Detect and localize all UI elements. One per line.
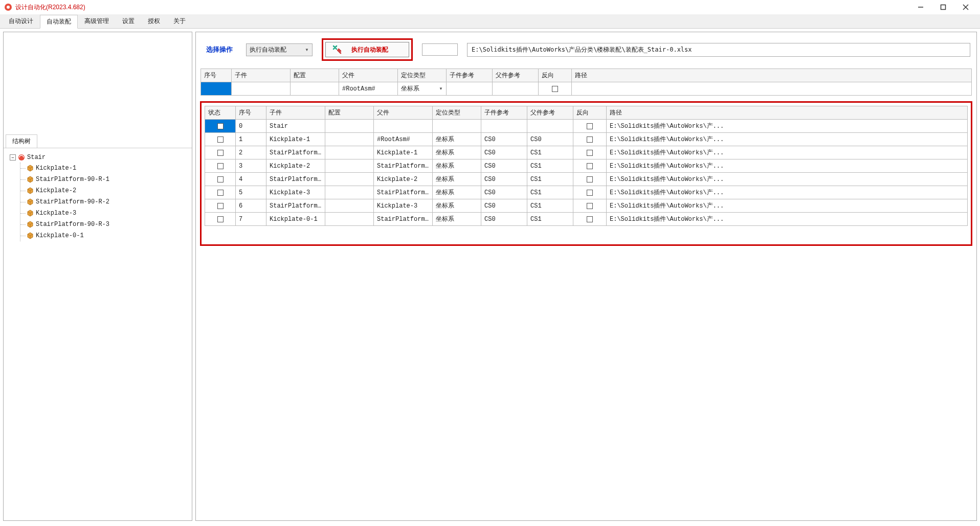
table-cell[interactable]: CS1 [527, 186, 573, 199]
table-cell[interactable] [205, 186, 236, 199]
menu-item[interactable]: 自动设计 [2, 14, 40, 28]
checkbox[interactable] [217, 203, 224, 209]
table-cell[interactable] [573, 146, 607, 159]
checkbox[interactable] [217, 150, 224, 156]
table-cell[interactable]: E:\Solidkits插件\AutoWorks\产... [607, 133, 968, 146]
table-cell[interactable]: StairPlatform-90... [266, 173, 325, 186]
menu-item[interactable]: 设置 [116, 14, 141, 28]
checkbox[interactable] [217, 216, 224, 222]
table-cell[interactable]: 4 [236, 173, 266, 186]
minimize-button[interactable] [917, 3, 925, 11]
table-cell[interactable] [573, 213, 607, 226]
table-cell[interactable]: Kickplate-1 [266, 133, 325, 146]
table-cell[interactable]: 坐标系 [433, 146, 481, 159]
table-cell[interactable]: CS0 [481, 133, 527, 146]
checkbox[interactable] [587, 190, 593, 196]
table-cell[interactable] [325, 186, 374, 199]
menu-item[interactable]: 关于 [167, 14, 192, 28]
table-cell[interactable] [325, 146, 374, 159]
table-cell[interactable]: 7 [236, 213, 266, 226]
table-cell[interactable] [325, 133, 374, 146]
table-cell[interactable] [493, 82, 539, 96]
column-header[interactable]: 序号 [236, 106, 266, 120]
column-header[interactable]: 序号 [201, 69, 232, 82]
table-cell[interactable]: Stair [266, 120, 325, 133]
table-cell[interactable]: 坐标系 [433, 159, 481, 173]
table-cell[interactable]: CS0 [481, 186, 527, 199]
table-cell[interactable]: StairPlatform-90... [374, 186, 433, 199]
table-cell[interactable]: StairPlatform-90... [266, 146, 325, 159]
table-cell[interactable]: 坐标系 [433, 199, 481, 213]
table-cell[interactable] [205, 120, 236, 133]
table-cell[interactable] [447, 82, 493, 96]
table-cell[interactable] [205, 146, 236, 159]
table-row[interactable]: 4StairPlatform-90...Kickplate-2坐标系CS0CS1… [205, 173, 968, 186]
table-cell[interactable]: StairPlatform-90... [374, 159, 433, 173]
checkbox[interactable] [587, 136, 593, 143]
table-cell[interactable]: Kickplate-2 [266, 159, 325, 173]
column-header[interactable]: 父件 [339, 69, 398, 82]
column-header[interactable]: 反向 [539, 69, 572, 82]
column-header[interactable]: 反向 [573, 106, 607, 120]
table-cell[interactable] [325, 173, 374, 186]
operation-dropdown[interactable]: 执行自动装配 ▼ [246, 43, 313, 56]
tree-collapse-icon[interactable]: − [10, 154, 16, 161]
table-cell[interactable]: CS1 [527, 199, 573, 213]
checkbox[interactable] [587, 163, 593, 169]
table-cell[interactable]: 坐标系▼ [398, 82, 447, 96]
table-cell[interactable]: CS0 [527, 133, 573, 146]
table-cell[interactable]: CS1 [527, 213, 573, 226]
execute-button[interactable]: 执行自动装配 [325, 42, 409, 57]
column-header[interactable]: 定位类型 [433, 106, 481, 120]
table-cell[interactable]: 坐标系 [433, 213, 481, 226]
table-cell[interactable]: E:\Solidkits插件\AutoWorks\产... [607, 159, 968, 173]
table-cell[interactable]: E:\Solidkits插件\AutoWorks\产... [607, 199, 968, 213]
table-cell[interactable] [527, 120, 573, 133]
close-button[interactable] [962, 3, 970, 11]
table-cell[interactable]: #RootAsm# [374, 133, 433, 146]
checkbox[interactable] [587, 216, 593, 222]
table-cell[interactable]: Kickplate-0-1 [266, 213, 325, 226]
table-cell[interactable]: 5 [236, 186, 266, 199]
checkbox[interactable] [217, 123, 224, 129]
table-cell[interactable]: StairPlatform-90... [266, 199, 325, 213]
table-cell[interactable]: 6 [236, 199, 266, 213]
table-cell[interactable]: Kickplate-2 [374, 173, 433, 186]
table-cell[interactable]: E:\Solidkits插件\AutoWorks\产... [607, 146, 968, 159]
checkbox[interactable] [217, 190, 224, 196]
table-cell[interactable]: Kickplate-3 [374, 199, 433, 213]
checkbox[interactable] [587, 203, 593, 209]
table-cell[interactable]: 1 [236, 133, 266, 146]
checkbox[interactable] [587, 123, 593, 129]
table-cell[interactable]: E:\Solidkits插件\AutoWorks\产... [607, 173, 968, 186]
table-cell[interactable]: 2 [236, 146, 266, 159]
table-row[interactable]: #RootAsm#坐标系▼ [201, 82, 972, 96]
tree-item[interactable]: StairPlatform-90-R-2 [27, 196, 186, 208]
tree-item[interactable]: Kickplate-3 [27, 208, 186, 219]
path-display[interactable]: E:\Solidkits插件\AutoWorks\产品分类\楼梯装配\装配表_S… [467, 43, 970, 57]
column-header[interactable]: 子件参考 [481, 106, 527, 120]
table-row[interactable]: 1Kickplate-1#RootAsm#坐标系CS0CS0E:\Solidki… [205, 133, 968, 146]
table-cell[interactable] [539, 82, 572, 96]
column-header[interactable]: 子件参考 [447, 69, 493, 82]
table-cell[interactable] [573, 173, 607, 186]
table-cell[interactable] [374, 120, 433, 133]
table-cell[interactable]: #RootAsm# [339, 82, 398, 96]
table-cell[interactable]: CS0 [481, 159, 527, 173]
menu-item[interactable]: 授权 [141, 14, 167, 28]
table-cell[interactable]: CS0 [481, 213, 527, 226]
tree-root-label[interactable]: Stair [27, 154, 46, 161]
table-cell[interactable] [481, 120, 527, 133]
table-cell[interactable] [325, 199, 374, 213]
column-header[interactable]: 父件参考 [527, 106, 573, 120]
table-cell[interactable]: E:\Solidkits插件\AutoWorks\产... [607, 213, 968, 226]
table-cell[interactable] [433, 120, 481, 133]
table-cell[interactable]: StairPlatform-90... [374, 213, 433, 226]
table-cell[interactable] [205, 159, 236, 173]
table-cell[interactable]: CS1 [527, 173, 573, 186]
checkbox[interactable] [552, 86, 558, 92]
tree-item[interactable]: Kickplate-0-1 [27, 230, 186, 241]
table-cell[interactable]: 坐标系 [433, 186, 481, 199]
table-cell[interactable]: 坐标系 [433, 133, 481, 146]
table-row[interactable]: 7Kickplate-0-1StairPlatform-90...坐标系CS0C… [205, 213, 968, 226]
